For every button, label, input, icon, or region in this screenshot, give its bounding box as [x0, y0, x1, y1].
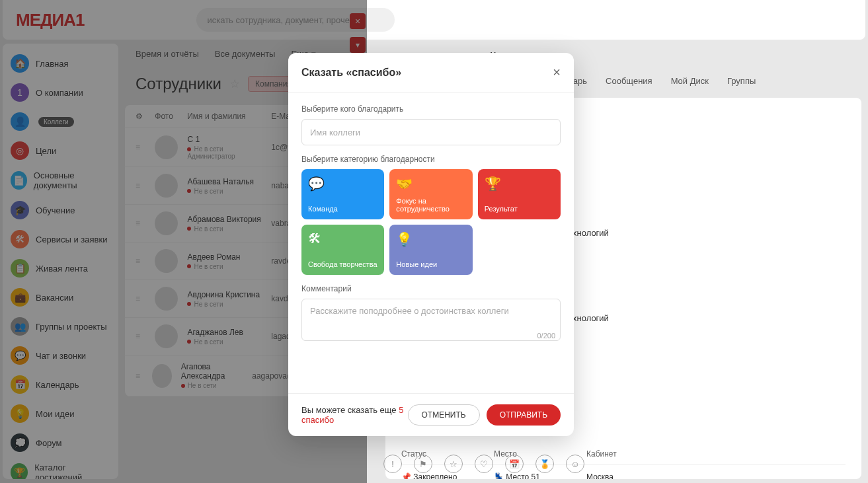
colleague-input[interactable]: [301, 119, 561, 145]
send-button[interactable]: ОТПРАВИТЬ: [487, 404, 561, 426]
profile-tab[interactable]: Сообщения: [606, 76, 652, 86]
category-label: Фокус на сотрудничество: [396, 197, 465, 213]
char-count: 0/200: [301, 332, 555, 340]
category-icon: 🏆: [485, 176, 554, 192]
footer-text: Вы можете сказать еще 5 спасибо: [301, 405, 408, 425]
category-card[interactable]: 💬Команда: [301, 169, 384, 219]
comment-label: Комментарий: [301, 284, 561, 293]
category-label: Команда: [308, 205, 377, 213]
category-icon: 💬: [308, 176, 377, 192]
smile-icon[interactable]: ☺: [566, 455, 584, 473]
category-icon: 🤝: [396, 176, 465, 192]
category-label: Выберите категорию благодарности: [301, 155, 561, 164]
category-card[interactable]: 🤝Фокус на сотрудничество: [389, 169, 472, 219]
calendar-action-icon[interactable]: 📅: [505, 455, 524, 473]
category-card[interactable]: 🏆Результат: [478, 169, 561, 219]
cancel-button[interactable]: ОТМЕНИТЬ: [408, 404, 480, 426]
close-icon[interactable]: ×: [553, 65, 561, 80]
heart-icon[interactable]: ♡: [475, 455, 493, 473]
thanks-modal: Сказать «спасибо» × Выберите кого благод…: [288, 53, 574, 436]
category-icon: 💡: [396, 231, 465, 247]
category-icon: 🛠: [308, 231, 377, 246]
category-card[interactable]: 💡Новые идеи: [389, 225, 472, 275]
action-icons: ! ⚑ ☆ ♡ 📅 🏅 ☺: [383, 448, 584, 480]
flag-icon[interactable]: ⚑: [414, 455, 432, 473]
category-label: Результат: [485, 205, 554, 213]
info-icon[interactable]: !: [383, 455, 402, 473]
where-cabinet: Москва Ольховская 4к2 4 этаж: [586, 472, 846, 479]
award-icon[interactable]: 🏅: [535, 455, 554, 473]
category-label: Свобода творчества: [308, 260, 377, 268]
profile-tab[interactable]: Мой Диск: [671, 76, 709, 86]
who-label: Выберите кого благодарить: [301, 104, 561, 114]
star-action-icon[interactable]: ☆: [444, 455, 463, 473]
category-card[interactable]: 🛠Свобода творчества: [301, 225, 384, 275]
profile-tab[interactable]: Группы: [727, 76, 756, 86]
category-label: Новые идеи: [396, 260, 465, 268]
modal-title: Сказать «спасибо»: [301, 67, 401, 79]
